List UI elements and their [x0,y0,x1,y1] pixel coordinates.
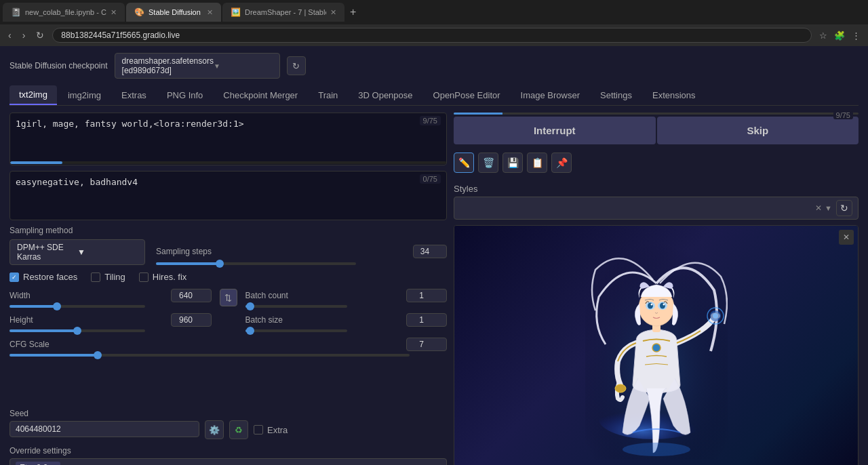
tiling-box [91,272,100,282]
seed-input[interactable] [9,421,199,437]
hires-fix-checkbox[interactable]: Hires. fix [139,272,187,282]
negative-prompt-input[interactable] [10,171,446,218]
style-icon-buttons: ✏️ 🗑️ 💾 📋 📌 [454,153,859,173]
menu-icon[interactable]: ⋮ [850,29,863,42]
batch-size-input[interactable] [406,313,447,327]
steps-slider-thumb[interactable] [216,260,224,268]
steps-input[interactable] [413,245,447,258]
browser-tab-2[interactable]: 🎨 Stable Diffusion ✕ [126,3,221,22]
cfg-scale-slider[interactable] [9,354,410,357]
styles-refresh-button[interactable]: ↻ [836,200,852,216]
tab1-favicon: 📓 [11,7,21,17]
tab-checkpoint-merger[interactable]: Checkpoint Merger [214,85,307,105]
tab3-title: DreamShaper - 7 | Stable Diffusio... [245,8,326,16]
tab-openpose-editor[interactable]: OpenPose Editor [424,85,510,105]
cfg-scale-slider-thumb[interactable] [94,351,102,359]
content-grid: 9/75 0/75 Sampling method DPM++ SDE Karr… [9,113,859,465]
styles-chevron-icon[interactable]: ▼ [825,204,832,212]
hires-fix-box [139,272,149,282]
width-slider-thumb[interactable] [53,302,61,310]
tab-img2img[interactable]: img2img [58,85,111,105]
cfg-scale-group: CFG Scale [9,338,447,400]
sampling-method-select[interactable]: DPM++ SDE Karras ▼ [9,239,145,265]
tab-3d-openpose[interactable]: 3D Openpose [349,85,422,105]
style-copy-button[interactable]: 📋 [527,153,547,173]
batch-size-header: Batch size [245,313,448,327]
style-paste-button[interactable]: 📌 [551,153,572,173]
seed-recycle-button[interactable]: ♻ [229,420,248,439]
extensions-icon[interactable]: 🧩 [832,29,847,42]
browser-chrome: 📓 new_colab_file.ipynb - Colabora... ✕ 🎨… [0,0,868,46]
height-input[interactable] [171,313,212,327]
styles-refresh-icon: ↻ [840,203,848,214]
batch-size-slider-thumb[interactable] [246,327,254,335]
back-button[interactable]: ‹ [5,28,14,42]
pencil-icon: ✏️ [458,157,470,168]
forward-button[interactable]: › [20,28,28,42]
url-input[interactable] [52,28,812,43]
batch-size-slider[interactable] [245,329,347,332]
override-settings-input[interactable]: Eta: 0.0 ✕ ✕ ▼ [9,458,447,465]
tab-train[interactable]: Train [309,85,347,105]
tab-bar: 📓 new_colab_file.ipynb - Colabora... ✕ 🎨… [0,0,868,24]
tab1-title: new_colab_file.ipynb - Colabora... [25,8,106,16]
action-buttons-container: 9/75 Interrupt Skip [454,113,859,144]
tab3-close[interactable]: ✕ [330,8,336,17]
eta-tag: Eta: 0.0 ✕ [16,462,60,465]
browser-tab-1[interactable]: 📓 new_colab_file.ipynb - Colabora... ✕ [3,3,125,22]
steps-slider[interactable] [156,262,356,265]
style-pencil-button[interactable]: ✏️ [454,153,474,173]
right-panel: 9/75 Interrupt Skip ✏️ 🗑️ 💾 [454,113,859,465]
batch-count-slider-thumb[interactable] [246,302,254,310]
checkpoint-value: dreamshaper.safetensors [ed989d673d] [122,56,214,75]
tab-image-browser[interactable]: Image Browser [511,85,589,105]
tab1-close[interactable]: ✕ [111,8,117,17]
tab2-close[interactable]: ✕ [207,8,213,17]
tab-pnginfo[interactable]: PNG Info [157,85,212,105]
new-tab-button[interactable]: + [346,6,360,18]
browser-icons: ☆ 🧩 ⋮ [817,29,863,42]
checkpoint-refresh-button[interactable]: ↻ [287,56,306,75]
extra-checkbox[interactable]: Extra [254,425,288,435]
override-clear-icon[interactable]: ✕ [420,463,428,466]
height-batch-row: Height Batch size [9,313,447,332]
restore-faces-checkbox[interactable]: ✓ Restore faces [9,272,77,282]
copy-icon: 📋 [532,157,543,168]
tab-extensions[interactable]: Extensions [643,85,705,105]
bookmark-icon[interactable]: ☆ [817,29,829,42]
steps-slider-track [156,262,356,265]
batch-count-input[interactable] [406,289,447,302]
style-red-save-button[interactable]: 💾 [502,153,523,173]
image-close-button[interactable]: ✕ [839,230,854,245]
width-input[interactable] [171,289,212,302]
height-slider[interactable] [9,329,145,332]
height-slider-fill [9,329,77,332]
swap-dimensions-button[interactable]: ⇅ [220,289,237,306]
tab-extras[interactable]: Extras [112,85,156,105]
batch-count-slider[interactable] [245,305,347,308]
batch-size-slider-track [245,329,347,332]
batch-count-header: Batch count [245,289,448,302]
checkpoint-row: Stable Diffusion checkpoint dreamshaper.… [9,53,859,79]
seed-dice-button[interactable]: ⚙️ [205,420,224,439]
skip-button[interactable]: Skip [657,117,859,144]
tab-txt2img[interactable]: txt2img [9,85,57,105]
generation-progress-fill [454,113,502,115]
browser-tab-3[interactable]: 🖼️ DreamShaper - 7 | Stable Diffusio... … [222,3,344,22]
style-trash-button[interactable]: 🗑️ [478,153,498,173]
tiling-checkbox[interactable]: Tiling [91,272,125,282]
reload-button[interactable]: ↻ [33,28,47,42]
interrupt-button[interactable]: Interrupt [454,117,656,144]
checkpoint-select[interactable]: dreamshaper.safetensors [ed989d673d] ▼ [115,53,280,79]
svg-point-11 [615,384,626,392]
main-content: Stable Diffusion checkpoint dreamshaper.… [0,46,868,465]
styles-input[interactable] [460,203,815,213]
width-slider[interactable] [9,305,145,308]
restore-faces-label: Restore faces [23,272,77,282]
cfg-scale-input[interactable] [406,338,447,351]
height-slider-thumb[interactable] [73,327,81,335]
styles-clear-icon[interactable]: ✕ [815,203,822,213]
positive-prompt-input[interactable] [10,113,446,159]
steps-header: Sampling steps [156,245,447,258]
tab-settings[interactable]: Settings [591,85,642,105]
